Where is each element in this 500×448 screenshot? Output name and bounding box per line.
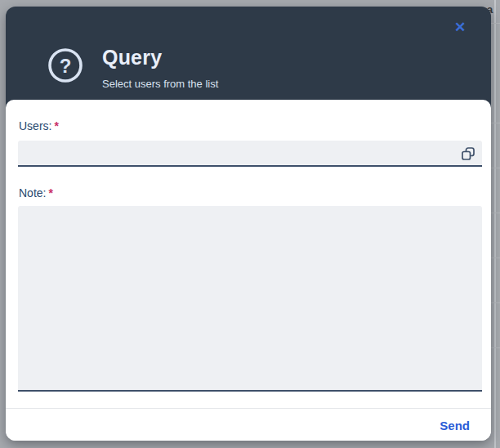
note-required-asterisk: * [48,186,52,199]
background-page-row-line [490,168,500,168]
dialog-footer: Send [6,408,491,441]
dialog-body: Users:* Note:* [6,100,491,441]
note-textarea[interactable] [18,206,482,392]
background-page-row-line [490,302,500,303]
background-page-row-line [490,213,500,213]
dialog-header: ✕ ? Query Select users from the list [6,7,491,106]
users-label: Users:* [19,119,59,132]
send-button[interactable]: Send [438,412,471,439]
query-dialog: ✕ ? Query Select users from the list Use… [6,7,491,441]
svg-text:?: ? [60,55,72,77]
help-circle-icon: ? [47,47,83,83]
background-page-row-line [490,123,500,123]
dialog-header-text: Query Select users from the list [102,46,218,90]
note-label-text: Note: [19,186,46,199]
dialog-subtitle: Select users from the list [102,78,218,90]
copy-select-icon[interactable] [461,146,475,161]
background-page-divider-vertical [494,0,496,448]
close-icon[interactable]: ✕ [450,18,470,38]
background-page-row-line [490,258,500,258]
users-input[interactable] [18,141,482,167]
background-page-row-line [490,347,500,348]
users-label-text: Users: [19,119,51,132]
dialog-title: Query [102,46,218,69]
note-label: Note:* [19,186,53,199]
users-required-asterisk: * [54,119,58,132]
background-page-row-line [490,23,500,24]
